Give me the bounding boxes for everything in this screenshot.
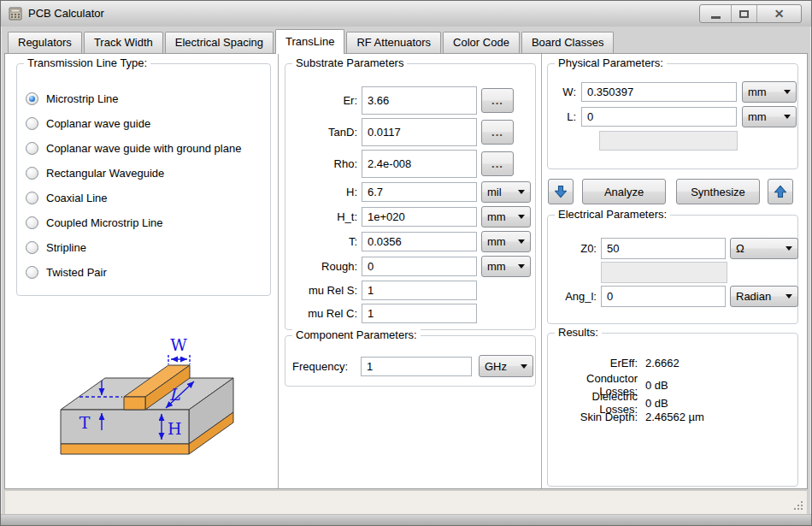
radio-label: Coaxial Line xyxy=(46,192,108,204)
mu-rel-s-row: mu Rel S: xyxy=(292,281,528,300)
radio-coplanar-ground-plane[interactable]: Coplanar wave guide with ground plane xyxy=(26,136,262,161)
mu-rel-s-input[interactable] xyxy=(362,281,477,300)
blue-up-arrow-icon xyxy=(771,182,790,201)
l-unit-select[interactable]: mm xyxy=(742,106,797,127)
radio-stripline[interactable]: Stripline xyxy=(26,235,262,260)
radio-microstrip-line[interactable]: Microstrip Line xyxy=(26,86,262,111)
close-icon: ✕ xyxy=(774,8,785,20)
radio-label: Rectangular Waveguide xyxy=(46,167,164,180)
dielectric-losses-value: 0 dB xyxy=(645,397,791,410)
ang-l-input[interactable] xyxy=(601,286,726,307)
electrical-parameters-group: Electrical Parameters: Z0: Ω Ang_l: Radi… xyxy=(547,215,798,324)
h-label: H: xyxy=(292,186,357,198)
w-row: W: mm xyxy=(554,81,791,103)
transmission-type-list: Microstrip Line Coplanar wave guide Copl… xyxy=(17,64,270,285)
ht-input[interactable] xyxy=(362,207,477,227)
h-row: H: mil xyxy=(292,181,528,203)
dielectric-losses-row: Dielectric Losses: 0 dB xyxy=(554,390,791,408)
mu-rel-c-row: mu Rel C: xyxy=(292,304,528,323)
radio-icon xyxy=(26,241,38,254)
radio-coaxial-line[interactable]: Coaxial Line xyxy=(26,186,262,210)
tab-regulators[interactable]: Regulators xyxy=(8,32,82,53)
tab-rf-attenuators[interactable]: RF Attenuators xyxy=(346,32,441,53)
minimize-button[interactable] xyxy=(700,5,732,22)
ang-l-unit-select[interactable]: Radian xyxy=(730,286,798,307)
tab-board-classes[interactable]: Board Classes xyxy=(521,32,615,53)
er-input[interactable] xyxy=(362,86,477,115)
frequency-input[interactable] xyxy=(361,357,472,376)
substrate-column: Substrate Parameters Er: ... TanD: ... R… xyxy=(279,54,542,488)
tand-more-button[interactable]: ... xyxy=(481,120,514,145)
tab-color-code[interactable]: Color Code xyxy=(443,32,520,53)
w-unit-select[interactable]: mm xyxy=(742,81,797,103)
group-title: Component Parameters: xyxy=(292,328,421,341)
t-unit-select[interactable]: mm xyxy=(481,231,531,252)
maximize-icon xyxy=(739,10,749,18)
z0-unit-select[interactable]: Ω xyxy=(730,238,798,259)
l-label: L: xyxy=(554,110,576,123)
tand-label: TanD: xyxy=(292,126,357,139)
l-input[interactable] xyxy=(581,107,737,127)
er-more-button[interactable]: ... xyxy=(481,88,514,113)
group-title: Results: xyxy=(555,326,602,339)
t-row: T: mm xyxy=(292,231,528,252)
copy-down-button[interactable] xyxy=(548,179,574,204)
radio-label: Twisted Pair xyxy=(46,266,107,279)
close-button[interactable]: ✕ xyxy=(757,5,801,22)
resize-grip[interactable] xyxy=(791,499,803,511)
results-group: Results: ErEff: 2.6662 Conductor Losses:… xyxy=(547,333,798,487)
rho-input[interactable] xyxy=(362,150,477,178)
ereff-value: 2.6662 xyxy=(645,357,791,369)
analyze-button[interactable]: Analyze xyxy=(582,179,666,204)
h-unit-select[interactable]: mil xyxy=(481,181,531,203)
rho-more-button[interactable]: ... xyxy=(481,151,514,176)
tab-electrical-spacing[interactable]: Electrical Spacing xyxy=(165,32,274,53)
tand-row: TanD: ... xyxy=(292,118,528,146)
diagram-label-l: L xyxy=(169,385,181,404)
chevron-down-icon xyxy=(784,90,791,94)
radio-label: Coupled Microstrip Line xyxy=(46,216,163,229)
title-bar[interactable]: PCB Calculator ✕ xyxy=(1,1,811,27)
chevron-down-icon xyxy=(784,115,791,119)
synthesize-button[interactable]: Synthesize xyxy=(676,179,760,204)
diagram-label-w: W xyxy=(170,335,187,354)
group-title: Transmission Line Type: xyxy=(24,56,150,69)
rough-input[interactable] xyxy=(362,257,477,276)
radio-twisted-pair[interactable]: Twisted Pair xyxy=(26,260,262,285)
window-controls: ✕ xyxy=(699,4,802,23)
rough-unit-select[interactable]: mm xyxy=(481,256,531,277)
conductor-losses-value: 0 dB xyxy=(645,379,791,392)
tab-track-width[interactable]: Track Width xyxy=(84,32,163,53)
radio-icon xyxy=(26,192,38,204)
radio-coplanar-wave-guide[interactable]: Coplanar wave guide xyxy=(26,111,262,136)
electrical-aux-field xyxy=(601,262,727,283)
w-input[interactable] xyxy=(581,82,737,102)
calculator-app-icon xyxy=(9,7,22,21)
ereff-label: ErEff: xyxy=(554,357,638,369)
radio-rectangular-waveguide[interactable]: Rectangular Waveguide xyxy=(26,161,262,186)
maximize-button[interactable] xyxy=(732,5,757,22)
ht-unit-select[interactable]: mm xyxy=(481,206,531,228)
status-bar xyxy=(4,490,808,515)
t-input[interactable] xyxy=(362,232,477,251)
radio-icon xyxy=(26,266,38,279)
rho-label: Rho: xyxy=(292,157,357,170)
ht-unit-value: mm xyxy=(487,210,506,223)
copy-up-button[interactable] xyxy=(768,179,793,204)
frequency-unit-select[interactable]: GHz xyxy=(479,355,533,377)
mu-rel-c-input[interactable] xyxy=(362,304,477,323)
tand-input[interactable] xyxy=(362,118,477,146)
tab-transline[interactable]: TransLine xyxy=(275,29,344,54)
z0-input[interactable] xyxy=(601,238,726,259)
parameters-column: Physical Parameters: W: mm L: mm xyxy=(543,54,807,488)
radio-icon xyxy=(26,216,38,229)
window-bottom-frame xyxy=(1,514,811,525)
component-parameters-group: Component Parameters: Frequency: GHz xyxy=(285,335,536,387)
transmission-type-column: Transmission Line Type: Microstrip Line … xyxy=(5,54,279,488)
group-title: Electrical Parameters: xyxy=(555,208,670,221)
er-row: Er: ... xyxy=(292,86,528,115)
chevron-down-icon xyxy=(518,215,525,219)
h-input[interactable] xyxy=(362,182,477,202)
l-unit-value: mm xyxy=(748,110,767,123)
radio-coupled-microstrip-line[interactable]: Coupled Microstrip Line xyxy=(26,210,262,235)
